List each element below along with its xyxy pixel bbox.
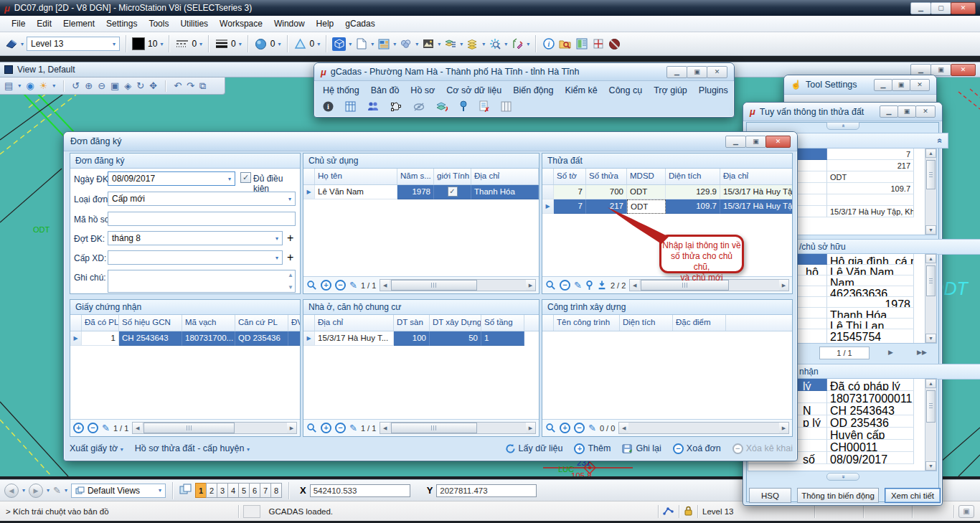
gcadas-report-delete-icon[interactable]: ✗ bbox=[479, 100, 489, 115]
x-coordinate-input[interactable] bbox=[310, 484, 410, 497]
horizontal-scrollbar[interactable]: ◀▶ bbox=[380, 279, 536, 291]
levels-icon[interactable] bbox=[466, 37, 479, 51]
view-toggle-3[interactable]: 3 bbox=[217, 483, 228, 498]
change-info-button[interactable]: Thông tin biến động bbox=[797, 488, 879, 503]
copy-view-icon[interactable]: ⧉ bbox=[199, 80, 206, 92]
menu-settings[interactable]: Settings bbox=[100, 17, 143, 31]
view-forward-icon[interactable]: ▶ bbox=[29, 484, 43, 498]
view-forward-dropdown-icon[interactable]: ▾ bbox=[47, 487, 50, 494]
element-class-dropdown-icon[interactable]: ▾ bbox=[278, 41, 281, 47]
parcel-dossier-menu[interactable]: Hồ sơ thửa đất - cấp huyện ▾ bbox=[135, 443, 250, 453]
gcadas-minimize-button[interactable]: ▁ bbox=[666, 66, 687, 78]
view-toggle-2[interactable]: 2 bbox=[206, 483, 217, 498]
view-previous-icon[interactable]: ↶ bbox=[174, 80, 182, 91]
edit-row-icon[interactable]: ✎ bbox=[349, 423, 357, 433]
models-dropdown-icon[interactable]: ▾ bbox=[415, 41, 418, 47]
zoom-tools-icon[interactable] bbox=[488, 37, 501, 51]
close-button[interactable]: ✕ bbox=[951, 2, 976, 14]
add-row-icon[interactable]: + bbox=[321, 423, 331, 433]
house-column-headers[interactable]: Địa chỉ DT sàn DT xây Dựng Số tầng bbox=[303, 315, 539, 331]
gcadas-menu-kiemke[interactable]: Kiểm kê bbox=[559, 83, 603, 98]
menu-window[interactable]: Window bbox=[268, 17, 311, 31]
view-back-icon[interactable]: ◀ bbox=[4, 484, 19, 498]
remove-row-icon[interactable]: − bbox=[574, 423, 585, 433]
view-restore-button[interactable]: ▣ bbox=[930, 64, 951, 76]
gcadas-menu-biendong[interactable]: Biến động bbox=[507, 83, 559, 98]
gcadas-users-icon[interactable] bbox=[367, 101, 379, 114]
gcadas-parcel-polygon-icon[interactable] bbox=[390, 101, 402, 115]
levels-dropdown-icon[interactable]: ▾ bbox=[482, 41, 485, 47]
menu-workspace[interactable]: Workspace bbox=[214, 17, 268, 31]
edit-row-icon[interactable]: ✎ bbox=[102, 423, 110, 433]
saved-views-combo[interactable]: Default Views▾ bbox=[71, 484, 166, 498]
gcadas-restore-button[interactable]: ▣ bbox=[687, 66, 707, 78]
save-button[interactable]: Ghi lại bbox=[622, 443, 661, 454]
parcel-info-minimize-button[interactable]: ▁ bbox=[880, 105, 898, 118]
view-display-mode-icon[interactable]: ▤ bbox=[4, 80, 13, 91]
change-attributes-dropdown-icon[interactable]: ▾ bbox=[527, 41, 529, 47]
gcadas-menu-trogiup[interactable]: Trợ giúp bbox=[648, 83, 693, 98]
view-next-icon[interactable]: ↷ bbox=[187, 80, 194, 91]
new-file-dropdown-icon[interactable]: ▾ bbox=[371, 41, 374, 47]
active-element-dropdown-icon[interactable]: ▾ bbox=[21, 41, 24, 47]
eligible-checkbox[interactable]: ✓ bbox=[240, 172, 251, 183]
folder-search-icon[interactable] bbox=[558, 37, 572, 51]
dialog-list-dropdown-icon[interactable]: ▾ bbox=[393, 41, 396, 47]
new-file-icon[interactable] bbox=[354, 37, 368, 51]
gcadas-info-icon[interactable]: i bbox=[323, 101, 334, 115]
zoom-in-icon[interactable]: ⊕ bbox=[85, 80, 93, 91]
registration-batch-combo[interactable]: tháng 8▾ bbox=[108, 231, 283, 245]
scroll-down-icon[interactable]: ▼ bbox=[288, 284, 293, 291]
element-class-icon[interactable] bbox=[254, 37, 268, 51]
add-button[interactable]: +Thêm bbox=[574, 443, 611, 454]
gcadas-menu-bando[interactable]: Bản đồ bbox=[365, 83, 405, 98]
rotate-view-icon[interactable]: ↻ bbox=[136, 80, 144, 91]
menu-utilities[interactable]: Utilities bbox=[174, 17, 214, 31]
edit-row-icon[interactable]: ✎ bbox=[349, 280, 357, 291]
gcadas-hide-eye-icon[interactable] bbox=[413, 101, 425, 114]
gcadas-menu-hethong[interactable]: Hệ thống bbox=[317, 83, 365, 98]
tool-settings-restore-button[interactable]: ▣ bbox=[892, 79, 910, 91]
horizontal-scrollbar[interactable]: ◀▶ bbox=[380, 422, 536, 434]
table-row[interactable]: ▶ 7 217 ODT 109.7 15/3/17 Hà Huy Tập, K bbox=[542, 199, 792, 214]
dialog-minimize-button[interactable]: ▁ bbox=[725, 136, 746, 148]
table-row[interactable]: 7 700 ODT 129.9 15/3/17 Hà Huy Tập, K bbox=[542, 185, 792, 199]
view-attributes-icon[interactable]: ◉ bbox=[26, 80, 34, 91]
fetch-data-button[interactable]: Lấy dữ liệu bbox=[505, 443, 563, 454]
info-circle-icon[interactable]: i bbox=[542, 37, 555, 51]
active-element-icon[interactable] bbox=[4, 37, 18, 51]
view-display-dropdown-icon[interactable]: ▾ bbox=[18, 83, 21, 89]
references-dropdown-icon[interactable]: ▾ bbox=[460, 41, 463, 47]
import-parcel-icon[interactable] bbox=[597, 280, 607, 291]
gcadas-columns-icon[interactable] bbox=[501, 101, 512, 115]
horizontal-scrollbar[interactable]: ◀▶ bbox=[132, 422, 297, 434]
collapse-chevron-icon[interactable]: « bbox=[936, 138, 946, 143]
pen-tool-dropdown-icon[interactable]: ▾ bbox=[65, 487, 67, 494]
accudraw-icon[interactable] bbox=[591, 37, 605, 51]
color-swatch-icon[interactable] bbox=[132, 37, 145, 50]
scroll-up-icon[interactable]: ▲ bbox=[288, 272, 293, 278]
remove-row-icon[interactable]: − bbox=[560, 280, 570, 291]
edit-row-icon[interactable]: ✎ bbox=[588, 423, 596, 433]
search-icon[interactable] bbox=[545, 280, 556, 291]
brightness-dropdown-icon[interactable]: ▾ bbox=[52, 83, 55, 89]
add-batch-button[interactable]: + bbox=[287, 232, 293, 245]
view-toggle-5[interactable]: 5 bbox=[238, 483, 250, 498]
transparency-icon[interactable] bbox=[293, 37, 307, 51]
dossier-code-input[interactable] bbox=[108, 212, 296, 226]
raster-dropdown-icon[interactable]: ▾ bbox=[438, 41, 440, 47]
view-toggle-1[interactable]: 1 bbox=[195, 483, 207, 498]
change-attributes-icon[interactable] bbox=[510, 37, 524, 51]
owner-grid-scrollbar[interactable]: ▲▼ bbox=[925, 254, 936, 343]
view-groups-icon[interactable] bbox=[179, 484, 192, 497]
parcel-info-close-button[interactable]: ✕ bbox=[915, 105, 936, 118]
tool-settings-close-button[interactable]: ✕ bbox=[910, 79, 930, 91]
minimize-button[interactable]: ▁ bbox=[910, 2, 931, 14]
menu-element[interactable]: Element bbox=[57, 17, 100, 31]
no-entry-icon[interactable] bbox=[608, 37, 621, 51]
view-back-dropdown-icon[interactable]: ▾ bbox=[22, 487, 25, 494]
add-row-icon[interactable]: + bbox=[560, 423, 570, 433]
add-row-icon[interactable]: + bbox=[73, 423, 84, 433]
gcadas-menu-congcu[interactable]: Công cụ bbox=[603, 83, 649, 98]
view-toggle-7[interactable]: 7 bbox=[260, 483, 271, 498]
